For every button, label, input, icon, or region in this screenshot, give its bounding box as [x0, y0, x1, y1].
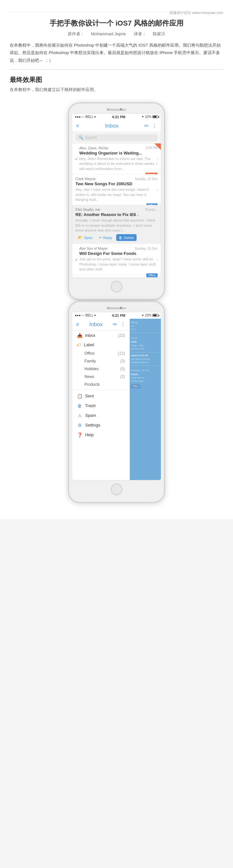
email-item-3[interactable]: Fikri Studio, me Thursd... RE: Another R…: [72, 205, 161, 244]
compose-icon-2[interactable]: ✏: [113, 321, 117, 328]
ctx-open-button[interactable]: 📂 Open: [75, 234, 95, 241]
iphone-2: ●●●○○ BELL ▾ 4:21 PM ✦ 22%: [68, 301, 165, 503]
subject-3: RE: Another Reason to Fix IE6 .: [75, 212, 158, 217]
compose-icon-1[interactable]: ✏: [144, 123, 148, 129]
delete-label: Delete: [124, 236, 134, 240]
time-3: Thursd...: [145, 208, 158, 212]
battery-fill-1: [153, 116, 157, 118]
email-item-1[interactable]: ✓ Alex, Dave, Richie 2:04 PM Wedding Org…: [72, 144, 161, 174]
subject-2: Two New Songs For 200USD: [75, 181, 158, 186]
reply-label: Reply: [103, 236, 112, 240]
help-icon: ❓: [77, 432, 82, 438]
page-wrapper: 思缘设计论坛 www.missyuan.com 手把手教你设计一个 iOS7 风…: [0, 0, 233, 519]
status-center-2: 4:21 PM: [112, 313, 126, 317]
phone2-body: ≡ Inbox ✏ ⋮ 📥 Inbox (22): [72, 319, 161, 480]
iphone-top-1: [72, 109, 161, 111]
author-name: Mohammad Jeprie: [91, 31, 126, 36]
speaker-2: [107, 307, 126, 309]
status-bar-1: ●●●○○ BELL ▾ 4:21 PM ✦ 22%: [72, 114, 161, 120]
sender-1: Alex, Dave, Richie: [79, 146, 108, 150]
tag-office-4: Office: [146, 273, 158, 277]
status-bar-2: ●●●○○ BELL ▾ 4:21 PM ✦ 22%: [72, 312, 161, 319]
check-icon-4: ✓: [75, 257, 78, 262]
delete-icon: 🗑: [119, 236, 122, 240]
email-top-1: Alex, Dave, Richie 2:04 PM: [79, 146, 158, 150]
status-right-2: ✦ 22%: [141, 313, 158, 317]
sidebar-help-row[interactable]: ❓ Help: [72, 430, 129, 440]
phone1-screen: ●●●○○ BELL ▾ 4:21 PM ✦ 22% ≡ Inbox ✏: [72, 113, 161, 278]
section-desc: 在本教程中，我们将建立以下模样的邮件应用。: [10, 87, 223, 93]
ctx-reply-button[interactable]: ↩ Reply: [96, 234, 115, 241]
settings-icon: ⚙: [77, 423, 82, 428]
search-placeholder-1: Search: [85, 135, 97, 140]
label-icon: 🏷: [77, 342, 81, 347]
sub-family-label: Family: [85, 359, 96, 363]
arrow-1: ›: [157, 156, 158, 161]
home-button-1[interactable]: [111, 281, 122, 292]
hamburger-icon-2[interactable]: ≡: [76, 321, 79, 328]
sub-office-count: (12): [118, 351, 125, 355]
sender-3: Fikri Studio, me: [75, 208, 100, 212]
sidebar-nav-right[interactable]: ✏ ⋮: [113, 321, 126, 328]
nav-left-1[interactable]: ≡: [76, 123, 79, 129]
translator-label: 译者：: [134, 31, 146, 36]
sidebar-panel[interactable]: ≡ Inbox ✏ ⋮ 📥 Inbox (22): [72, 319, 130, 440]
trash-icon: 🗑: [77, 403, 82, 408]
site-header: 思缘设计论坛 www.missyuan.com: [10, 6, 223, 12]
status-left-2: ●●●○○ BELL ▾: [75, 313, 96, 317]
article-title: 手把手教你设计一个 iOS7 风格的邮件应用: [10, 19, 223, 29]
sidebar-sub-office[interactable]: Office (12): [72, 349, 129, 357]
inbox-title-1: Inbox: [105, 123, 119, 129]
status-battery-pct-2: 22%: [145, 313, 152, 317]
sidebar-sub-products[interactable]: Products: [72, 380, 129, 388]
sidebar-divider-1: [72, 390, 129, 390]
ctx-delete-button[interactable]: 🗑 Delete: [116, 234, 137, 241]
sub-hobbies-label: Hobbies: [85, 367, 99, 371]
sidebar-inbox-row[interactable]: 📥 Inbox (22): [72, 331, 129, 340]
time-4: Sunday, 16 Dec: [135, 247, 158, 250]
sidebar-sent-row[interactable]: 📋 Sent: [72, 391, 129, 401]
sidebar-nav-left[interactable]: ≡: [76, 321, 79, 328]
status-center-1: 4:21 PM: [112, 115, 126, 119]
inbox-label: Inbox: [85, 333, 115, 338]
search-inner-1[interactable]: 🔍 Search: [75, 134, 158, 141]
battery-icon-2: [153, 314, 158, 317]
sidebar-spam-row[interactable]: ⚠ Spam: [72, 411, 129, 421]
speaker: [107, 109, 126, 111]
navbar-1: ≡ Inbox ✏ ⋮: [72, 120, 161, 132]
arrow-2: ›: [157, 187, 158, 192]
open-label: Open: [84, 236, 93, 240]
more-icon-2[interactable]: ⋮: [121, 321, 126, 328]
content-behind: aiting... our... d in t... Sund... USD s…: [130, 319, 161, 480]
help-label: Help: [85, 432, 125, 437]
home-button-2[interactable]: [111, 484, 122, 495]
search-bar-1[interactable]: 🔍 Search: [72, 132, 161, 144]
sidebar-settings-row[interactable]: ⚙ Settings: [72, 421, 129, 430]
sidebar-sub-hobbies[interactable]: Hobbies (5): [72, 365, 129, 373]
email-item-4[interactable]: ✓ Abe Son of Mayer Sunday, 16 Dec Will D…: [72, 244, 161, 275]
site-logo: 思缘设计论坛 www.missyuan.com: [170, 10, 223, 15]
sidebar-trash-row[interactable]: 🗑 Trash: [72, 401, 129, 411]
sidebar-sub-news[interactable]: News (2): [72, 373, 129, 380]
more-icon-1[interactable]: ⋮: [152, 123, 157, 129]
sub-office-label: Office: [85, 351, 95, 355]
nav-right-1[interactable]: ✏ ⋮: [144, 123, 157, 129]
sub-hobbies-count: (5): [120, 367, 125, 371]
phones-area: ●●●○○ BELL ▾ 4:21 PM ✦ 22% ≡ Inbox ✏: [10, 99, 223, 506]
sent-label: Sent: [85, 394, 125, 398]
dot-icon: [120, 108, 122, 111]
iphone-top-2: [72, 307, 161, 309]
corner-triangle-1: [154, 144, 161, 150]
email-item-2[interactable]: Clark Wayne Sunday, 12 Dec Two New Songs…: [72, 174, 161, 205]
sidebar-nav-title: Inbox: [89, 321, 103, 328]
trash-label: Trash: [85, 403, 125, 408]
dot-icon-2: [120, 307, 122, 309]
sidebar-sub-family[interactable]: Family (3): [72, 357, 129, 365]
reply-icon: ↩: [99, 236, 102, 240]
email-top-4: Abe Son of Mayer Sunday, 16 Dec: [79, 246, 158, 250]
divider: [10, 69, 223, 70]
hamburger-icon-1[interactable]: ≡: [76, 123, 79, 129]
sidebar-navbar: ≡ Inbox ✏ ⋮: [72, 319, 129, 331]
search-icon-1: 🔍: [79, 135, 83, 140]
status-left-1: ●●●○○ BELL ▾: [75, 115, 96, 119]
